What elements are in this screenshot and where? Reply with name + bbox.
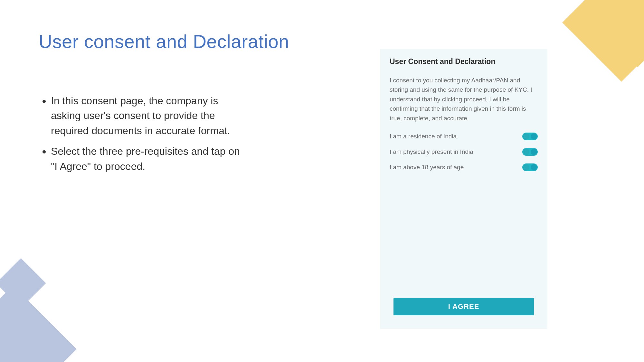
bullet-list: In this consent page, the company is ask… [39, 93, 245, 180]
toggle-age[interactable] [522, 163, 538, 171]
bullet-item: In this consent page, the company is ask… [51, 93, 245, 138]
consent-panel: User Consent and Declaration I consent t… [380, 49, 547, 329]
toggle-present[interactable] [522, 148, 538, 156]
slide-title: User consent and Declaration [39, 31, 289, 52]
toggle-residence[interactable] [522, 133, 538, 140]
agree-button[interactable]: I AGREE [393, 298, 534, 315]
bullet-item: Select the three pre-requisites and tap … [51, 144, 245, 174]
panel-body-text: I consent to you collecting my Aadhaar/P… [390, 76, 538, 123]
toggle-label: I am physically present in India [390, 148, 473, 155]
toggle-row-age: I am above 18 years of age [390, 163, 538, 171]
toggle-label: I am a residence of India [390, 133, 457, 140]
toggle-label: I am above 18 years of age [390, 164, 464, 171]
toggle-row-residence: I am a residence of India [390, 133, 538, 140]
toggle-row-present: I am physically present in India [390, 148, 538, 156]
panel-heading: User Consent and Declaration [390, 57, 538, 66]
